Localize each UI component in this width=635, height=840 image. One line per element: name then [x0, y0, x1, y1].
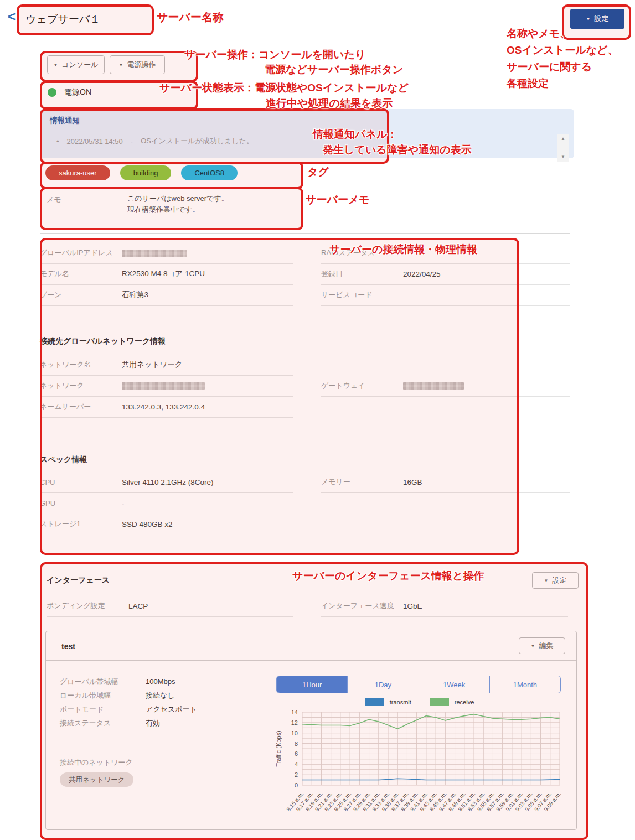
page-title: ウェブサーバ１ [25, 12, 100, 27]
annotation-tags: タグ [307, 165, 329, 179]
connected-network-label: 接続中のネットワーク [60, 758, 133, 768]
caret-down-icon: ▼ [53, 63, 58, 68]
interface-card: test ▼ 編集 グローバル帯域幅 100Mbps ローカル帯域幅 接続なし … [45, 631, 577, 830]
svg-text:14: 14 [291, 709, 298, 715]
spec-section-heading: スペック情報 [40, 449, 87, 470]
memo-line-1: このサーバはweb serverです。 [127, 193, 229, 204]
annotation-ops-2: 電源などサーバー操作ボタン [265, 63, 403, 77]
net-row-nameserver: ネームサーバー 133.242.0.3, 133.242.0.4 [40, 396, 293, 418]
power-ops-button[interactable]: ▼ 電源操作 [110, 55, 165, 74]
server-info-section: グローバルIPアドレス モデル名 RX2530 M4 8コア 1CPU ゾーン … [40, 238, 570, 551]
masked-gateway [403, 382, 464, 390]
notification-sep: - [131, 137, 133, 146]
bonding-row: ボンディング設定 LACP [47, 595, 293, 617]
spec-row-storage: ストレージ1 SSD 480GB x2 [40, 514, 293, 535]
header-divider [0, 39, 635, 39]
svg-text:8: 8 [295, 740, 298, 747]
annotation-state-1: サーバー状態表示：電源状態やOSインストールなど [159, 81, 409, 95]
transmit-legend-label: transmit [390, 699, 411, 706]
annotation-ops-1: サーバー操作：コンソールを開いたり [184, 48, 365, 62]
caret-down-icon: ▼ [544, 578, 549, 583]
svg-text:4: 4 [295, 761, 298, 768]
tab-1month[interactable]: 1Month [489, 676, 560, 693]
detail-local-bandwidth: ローカル帯域幅 接続なし [60, 688, 270, 702]
tag-list: sakura-user building CentOS8 [45, 165, 238, 180]
annotation-memo: サーバーメモ [306, 193, 370, 207]
masked-network [122, 382, 205, 390]
scroll-down-icon[interactable]: ▼ [561, 154, 565, 159]
tag-centos8[interactable]: CentOS8 [181, 165, 237, 180]
connected-network-pill[interactable]: 共用ネットワーク [60, 772, 133, 787]
back-icon[interactable]: < [8, 10, 16, 23]
net-row-network: ネットワーク [40, 375, 293, 397]
notification-item: • 2022/05/31 14:50 - OSインストールが成功しました。 [56, 136, 254, 146]
power-status-dot [48, 88, 56, 97]
chart-legend: transmit receive [267, 698, 572, 706]
info-row-zone: ゾーン 石狩第3 [40, 284, 293, 306]
traffic-chart: 024681012148:15 a.m.8:17 a.m.8:19 a.m.8:… [267, 708, 572, 827]
interface-settings-label: 設定 [552, 575, 566, 585]
console-label: コンソール [61, 60, 98, 70]
interface-details: グローバル帯域幅 100Mbps ローカル帯域幅 接続なし ポートモード アクセ… [60, 675, 270, 730]
scroll-up-icon[interactable]: ▲ [561, 136, 565, 141]
memo-line-2: 現在構築作業中です。 [127, 204, 229, 215]
network-section-heading: 接続先グローバルネットワーク情報 [40, 331, 166, 352]
annotation-settings-2: OSインストールなど、 [507, 43, 618, 58]
info-row-registered: 登録日 2022/04/25 [321, 263, 570, 285]
svg-text:2: 2 [295, 771, 298, 778]
power-status: 電源ON [48, 87, 91, 97]
tab-1week[interactable]: 1Week [419, 676, 489, 693]
info-row-service-code: サービスコード [321, 284, 570, 306]
svg-text:0: 0 [295, 782, 298, 789]
memo-value: このサーバはweb serverです。 現在構築作業中です。 [127, 193, 229, 215]
svg-text:12: 12 [291, 719, 298, 726]
notification-time: 2022/05/31 14:50 [67, 137, 123, 146]
spec-row-gpu: GPU - [40, 492, 293, 514]
receive-legend-label: receive [455, 699, 474, 706]
receive-swatch [430, 698, 449, 706]
caret-down-icon: ▼ [119, 63, 123, 68]
annotation-settings-3: サーバーに関する [507, 60, 592, 74]
server-settings-label: 設定 [594, 14, 608, 24]
bullet-icon: • [56, 137, 59, 146]
interface-section: インターフェース ▼ 設定 ボンディング設定 LACP インターフェース速度 1… [40, 562, 584, 836]
tab-1hour[interactable]: 1Hour [277, 676, 347, 693]
svg-text:6: 6 [295, 750, 298, 757]
memo-divider [40, 233, 570, 234]
net-row-gateway: ゲートウェイ [321, 375, 570, 397]
interface-edit-button[interactable]: ▼ 編集 [519, 637, 565, 654]
interface-name: test [61, 642, 75, 651]
server-detail-page: < ウェブサーバ１ ▼ 設定 ▼ コンソール ▼ 電源操作 電源ON 情報通知 … [0, 0, 635, 840]
power-status-text: 電源ON [64, 87, 91, 97]
interface-heading: インターフェース [47, 570, 110, 591]
power-ops-label: 電源操作 [127, 60, 156, 70]
masked-global-ip [122, 250, 187, 257]
svg-text:Traffic (Kbps): Traffic (Kbps) [275, 730, 282, 766]
server-settings-button[interactable]: ▼ 設定 [570, 9, 624, 29]
details-divider [60, 745, 269, 745]
interface-settings-button[interactable]: ▼ 設定 [532, 572, 579, 589]
annotation-settings-4: 各種設定 [507, 76, 549, 91]
net-row-name: ネットワーク名 共用ネットワーク [40, 354, 293, 376]
interface-edit-label: 編集 [539, 641, 553, 651]
info-row-model: モデル名 RX2530 M4 8コア 1CPU [40, 263, 293, 285]
annotation-server-name: サーバー名称 [157, 10, 224, 25]
memo-label: メモ [47, 195, 128, 205]
caret-down-icon: ▼ [586, 17, 591, 22]
tab-1day[interactable]: 1Day [347, 676, 418, 693]
speed-row: インターフェース速度 1GbE [321, 595, 568, 617]
detail-port-mode: ポートモード アクセスポート [60, 702, 270, 716]
detail-connection-status: 接続ステータス 有効 [60, 716, 270, 730]
tag-building[interactable]: building [120, 165, 172, 180]
notification-divider [50, 129, 567, 129]
caret-down-icon: ▼ [531, 644, 535, 649]
notification-panel: 情報通知 • 2022/05/31 14:50 - OSインストールが成功しまし… [40, 109, 574, 158]
tag-sakura-user[interactable]: sakura-user [45, 165, 110, 180]
notification-scrollbar[interactable]: ▲ ▼ [557, 134, 569, 162]
notification-text: OSインストールが成功しました。 [141, 136, 254, 146]
info-row-raid: RAIDステータス [321, 242, 570, 264]
svg-text:10: 10 [291, 730, 298, 737]
detail-global-bandwidth: グローバル帯域幅 100Mbps [60, 675, 270, 688]
info-row-global-ip: グローバルIPアドレス [40, 242, 293, 264]
console-button[interactable]: ▼ コンソール [47, 55, 105, 74]
